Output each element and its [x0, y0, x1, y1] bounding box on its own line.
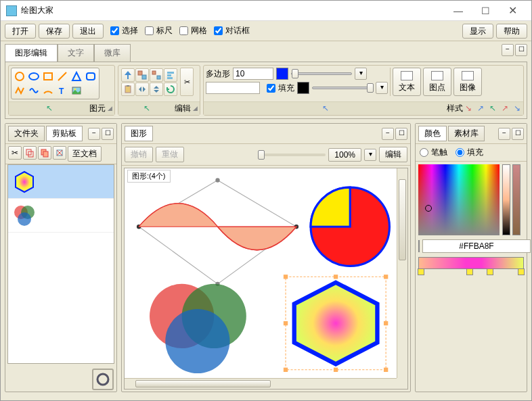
polygon-sides-input[interactable] — [233, 68, 273, 80]
tab-color[interactable]: 颜色 — [418, 126, 447, 141]
radio-stroke[interactable]: 笔触 — [420, 147, 447, 158]
tool-circle[interactable] — [13, 70, 26, 83]
stroke-width-slider[interactable] — [291, 72, 352, 75]
exit-button[interactable]: 退出 — [72, 24, 104, 39]
zoom-slider[interactable] — [258, 154, 326, 156]
left-close[interactable]: ☐ — [102, 128, 114, 140]
point-button[interactable]: 图点 — [423, 68, 451, 96]
undo-button[interactable]: 撤销 — [125, 147, 153, 162]
save-button[interactable]: 保存 — [39, 24, 70, 39]
tool-blank[interactable] — [84, 84, 97, 97]
radio-fill[interactable]: 填充 — [456, 147, 483, 158]
gradient-bar[interactable] — [418, 257, 524, 269]
grid-checkbox[interactable]: 网格 — [179, 25, 207, 37]
clip-copy[interactable] — [23, 146, 37, 160]
fill-swatch[interactable] — [297, 82, 309, 94]
tab-folder[interactable]: 文件夹 — [8, 126, 45, 141]
clip-delete[interactable] — [53, 146, 66, 160]
svg-rect-9 — [142, 75, 146, 79]
canvas-count-label: 图形:(4个) — [127, 170, 171, 183]
clip-item-hexagon[interactable] — [8, 165, 114, 199]
svg-rect-45 — [384, 321, 388, 325]
svg-point-36 — [165, 309, 229, 373]
tab-graphics[interactable]: 图形 — [125, 126, 153, 141]
svg-point-29 — [215, 178, 219, 182]
edit-group[interactable] — [135, 68, 149, 82]
tool-arc[interactable] — [41, 84, 55, 97]
edit-scissors[interactable]: ✂ — [180, 68, 194, 96]
edit-start[interactable] — [121, 68, 135, 82]
stroke-more[interactable]: ▾ — [355, 68, 367, 80]
alpha-strip[interactable] — [512, 164, 520, 235]
svg-point-1 — [29, 73, 39, 80]
tool-image[interactable] — [70, 84, 83, 97]
tool-ellipse[interactable] — [27, 70, 41, 83]
clip-list — [7, 164, 114, 364]
center-close[interactable]: ☐ — [395, 128, 407, 140]
color-spectrum[interactable] — [418, 164, 500, 235]
canvas[interactable] — [125, 168, 397, 378]
select-checkbox[interactable]: 选择 — [110, 25, 138, 37]
zoom-display[interactable]: 100% — [328, 148, 361, 162]
fill-more[interactable]: ▾ — [376, 82, 388, 94]
tool-textbox[interactable]: T — [56, 84, 69, 97]
open-button[interactable]: 打开 — [5, 24, 36, 39]
edit-flipv[interactable] — [150, 82, 163, 96]
right-close[interactable]: ☐ — [512, 128, 524, 140]
clip-item-venn[interactable] — [8, 199, 114, 233]
edit-align[interactable] — [164, 68, 177, 82]
zoom-dd[interactable]: ▾ — [364, 149, 376, 161]
clip-paste[interactable] — [38, 146, 51, 160]
close-button[interactable]: ✕ — [499, 1, 526, 20]
to-doc-button[interactable]: 至文档 — [68, 146, 102, 162]
edit-expand[interactable]: ◢ — [191, 105, 199, 113]
canvas-edit-button[interactable]: 编辑 — [379, 147, 407, 162]
tab-micro[interactable]: 微库 — [94, 44, 131, 62]
hex-input[interactable] — [422, 239, 531, 253]
edit-paste[interactable] — [121, 82, 135, 96]
style-preview — [206, 82, 260, 94]
right-min[interactable]: − — [498, 128, 510, 140]
scrollbar-v[interactable] — [397, 168, 407, 378]
fill-checkbox[interactable]: 填充 — [267, 82, 294, 94]
ribbon-close[interactable]: ☐ — [515, 44, 527, 56]
maximize-button[interactable]: ☐ — [472, 1, 499, 20]
scrollbar-h[interactable] — [125, 378, 397, 389]
opacity-slider[interactable] — [312, 87, 373, 89]
tool-line[interactable] — [56, 70, 69, 83]
edit-ungroup[interactable] — [150, 68, 163, 82]
lightness-strip[interactable] — [502, 164, 510, 235]
stroke-swatch[interactable] — [276, 68, 288, 80]
image-button[interactable]: 图像 — [453, 68, 482, 96]
tool-roundrect[interactable] — [84, 70, 97, 83]
primitive-expand[interactable]: ◢ — [106, 105, 114, 113]
tab-text[interactable]: 文字 — [58, 44, 94, 62]
tool-wave[interactable] — [27, 84, 41, 97]
clip-cut[interactable]: ✂ — [8, 146, 22, 160]
center-min[interactable]: − — [382, 128, 394, 140]
svg-point-28 — [97, 374, 108, 385]
ribbon-minimize[interactable]: − — [502, 44, 514, 56]
text-button[interactable]: 文本 — [393, 68, 421, 96]
tool-triangle[interactable] — [70, 70, 83, 83]
ruler-checkbox[interactable]: 标尺 — [145, 25, 173, 37]
center-panel: 图形 − ☐ 撤销 重做 100% ▾ 编辑 图形:(4个) — [121, 123, 411, 392]
edit-fliph[interactable] — [135, 82, 149, 96]
ring-button[interactable] — [92, 369, 114, 390]
svg-rect-12 — [167, 72, 174, 74]
svg-rect-40 — [284, 368, 288, 372]
edit-rotate[interactable] — [164, 82, 177, 96]
svg-rect-42 — [334, 275, 338, 279]
tool-rect[interactable] — [41, 70, 55, 83]
help-button[interactable]: 帮助 — [496, 24, 527, 39]
tab-clipboard[interactable]: 剪贴板 — [46, 126, 83, 141]
tab-matlib[interactable]: 素材库 — [448, 126, 485, 141]
tab-graphics-edit[interactable]: 图形编辑 — [5, 44, 58, 62]
show-button[interactable]: 显示 — [462, 24, 493, 39]
tool-polyline[interactable] — [13, 84, 26, 97]
svg-rect-20 — [43, 151, 48, 157]
dialog-checkbox[interactable]: 对话框 — [214, 25, 250, 37]
left-min[interactable]: − — [88, 128, 100, 140]
redo-button[interactable]: 重做 — [156, 147, 184, 162]
minimize-button[interactable]: — — [445, 1, 472, 20]
